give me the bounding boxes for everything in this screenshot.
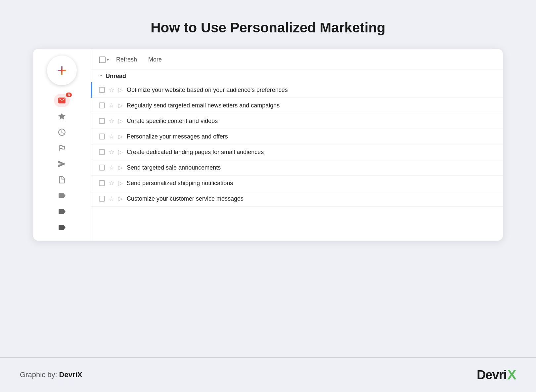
email-subject-0: Optimize your website based on your audi… — [127, 87, 288, 94]
important-icon — [58, 144, 66, 152]
draft-icon — [58, 176, 66, 184]
gmail-card: + 8 — [33, 49, 503, 241]
chevron-down-icon[interactable]: ▾ — [107, 58, 109, 62]
email-subject-4: Create dedicated landing pages for small… — [127, 149, 264, 156]
email-subject-3: Personalize your messages and offers — [127, 133, 228, 140]
label-tag-icon-2[interactable]: ▷ — [118, 117, 123, 125]
star-icon-2[interactable]: ☆ — [109, 117, 114, 125]
row-checkbox-0[interactable] — [99, 87, 105, 93]
sidebar-item-snoozed[interactable] — [54, 126, 70, 139]
compose-plus-icon: + — [57, 62, 67, 79]
row-checkbox-3[interactable] — [99, 134, 105, 139]
toolbar: ▾ Refresh More — [91, 49, 503, 69]
email-row[interactable]: ☆ ▷ Optimize your website based on your … — [91, 82, 503, 98]
row-checkbox-1[interactable] — [99, 102, 105, 108]
label-icon-1 — [58, 191, 66, 200]
sidebar-item-starred[interactable] — [54, 110, 70, 123]
email-row[interactable]: ☆ ▷ Send personalized shipping notificat… — [91, 176, 503, 191]
email-row[interactable]: ☆ ▷ Create dedicated landing pages for s… — [91, 144, 503, 160]
label-icon-2 — [58, 207, 66, 216]
sidebar-item-inbox[interactable]: 8 — [54, 94, 70, 107]
email-row[interactable]: ☆ ▷ Customize your customer service mess… — [91, 191, 503, 207]
star-sidebar-icon — [58, 112, 66, 121]
refresh-button[interactable]: Refresh — [112, 55, 141, 64]
email-subject-1: Regularly send targeted email newsletter… — [127, 102, 280, 109]
label-tag-icon-4[interactable]: ▷ — [118, 148, 123, 156]
sidebar: + 8 — [33, 49, 91, 241]
chevron-up-icon[interactable]: ⌃ — [99, 74, 103, 79]
label-tag-icon-6[interactable]: ▷ — [118, 179, 123, 187]
label-tag-icon-1[interactable]: ▷ — [118, 102, 123, 109]
row-checkbox-7[interactable] — [99, 196, 105, 202]
star-icon-0[interactable]: ☆ — [109, 86, 114, 94]
compose-button[interactable]: + — [47, 56, 77, 85]
devrix-logo-x: X — [507, 367, 516, 383]
unread-header: ⌃ Unread — [91, 69, 503, 82]
label-tag-icon-0[interactable]: ▷ — [118, 86, 123, 94]
inbox-icon — [58, 96, 66, 105]
sidebar-item-sent[interactable] — [54, 157, 70, 171]
star-icon-6[interactable]: ☆ — [109, 179, 114, 187]
page-title: How to Use Personalized Marketing — [151, 20, 385, 36]
star-icon-7[interactable]: ☆ — [109, 195, 114, 202]
label-icon-3 — [58, 223, 66, 232]
sidebar-item-important[interactable] — [54, 141, 70, 155]
email-list: ☆ ▷ Optimize your website based on your … — [91, 82, 503, 207]
email-subject-5: Send targeted sale announcements — [127, 164, 221, 171]
sidebar-item-label1[interactable] — [54, 189, 70, 202]
label-tag-icon-3[interactable]: ▷ — [118, 133, 123, 140]
star-icon-4[interactable]: ☆ — [109, 148, 114, 156]
sidebar-item-drafts[interactable] — [54, 173, 70, 186]
more-button[interactable]: More — [144, 55, 166, 64]
email-row[interactable]: ☆ ▷ Curate specific content and videos — [91, 113, 503, 129]
sidebar-item-label3[interactable] — [54, 221, 70, 234]
email-row[interactable]: ☆ ▷ Send targeted sale announcements — [91, 160, 503, 176]
devrix-logo-text: Devri — [477, 368, 507, 382]
footer-credit: Graphic by: DevriX — [20, 371, 82, 379]
clock-icon — [58, 128, 66, 137]
label-tag-icon-7[interactable]: ▷ — [118, 195, 123, 202]
email-subject-7: Customize your customer service messages — [127, 195, 244, 202]
footer-brand: DevriX — [59, 371, 82, 379]
select-all-wrap[interactable]: ▾ — [99, 57, 109, 63]
main-content: ▾ Refresh More ⌃ Unread ☆ ▷ Optimize you… — [91, 49, 503, 241]
send-icon — [58, 160, 66, 168]
footer-prefix: Graphic by: — [20, 371, 59, 379]
star-icon-5[interactable]: ☆ — [109, 164, 114, 171]
star-icon-3[interactable]: ☆ — [109, 133, 114, 140]
email-subject-2: Curate specific content and videos — [127, 118, 218, 125]
unread-label: Unread — [106, 73, 126, 80]
email-row[interactable]: ☆ ▷ Personalize your messages and offers — [91, 129, 503, 144]
row-checkbox-6[interactable] — [99, 180, 105, 186]
devrix-logo: DevriX — [477, 367, 516, 383]
email-row[interactable]: ☆ ▷ Regularly send targeted email newsle… — [91, 98, 503, 113]
sidebar-item-label2[interactable] — [54, 205, 70, 218]
inbox-badge: 8 — [66, 93, 72, 97]
row-checkbox-2[interactable] — [99, 118, 105, 124]
row-checkbox-4[interactable] — [99, 149, 105, 155]
footer: Graphic by: DevriX DevriX — [0, 357, 536, 392]
email-subject-6: Send personalized shipping notifications — [127, 180, 233, 187]
row-checkbox-5[interactable] — [99, 165, 105, 171]
select-all-checkbox[interactable] — [99, 57, 106, 63]
star-icon-1[interactable]: ☆ — [109, 102, 114, 109]
label-tag-icon-5[interactable]: ▷ — [118, 164, 123, 171]
